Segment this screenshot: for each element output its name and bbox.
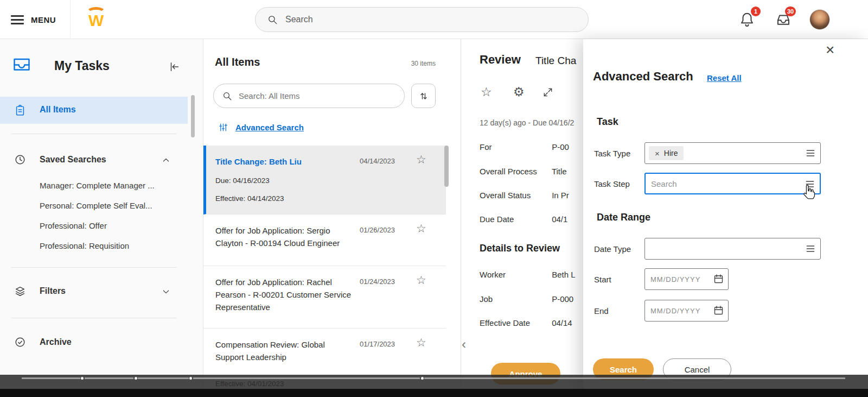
- user-avatar[interactable]: [809, 9, 830, 30]
- sort-button[interactable]: [411, 84, 436, 108]
- prompt-list-icon[interactable]: [805, 179, 815, 192]
- inbox-badge: 30: [785, 7, 796, 16]
- chevron-down-icon[interactable]: [162, 287, 170, 298]
- chapter-marker: [135, 377, 137, 380]
- chevron-up-icon[interactable]: [162, 156, 170, 167]
- sort-arrows-icon: [418, 91, 429, 102]
- field-value: 04/1: [552, 215, 567, 224]
- global-search-input[interactable]: Search: [255, 7, 589, 32]
- detail-row: Overall Status In Pr: [480, 191, 569, 200]
- panel-title: All Items: [215, 56, 260, 68]
- notifications-badge: 1: [751, 7, 761, 16]
- task-step-placeholder: Search: [651, 179, 677, 188]
- field-value: Beth L: [552, 270, 575, 279]
- saved-search-item[interactable]: Personal: Complete Self Eval...: [40, 201, 183, 210]
- task-step-field-focused[interactable]: Search: [644, 173, 821, 194]
- field-value: P-00: [552, 142, 569, 152]
- remove-tag-icon[interactable]: ×: [655, 149, 660, 157]
- advanced-search-panel: × Advanced Search Reset All Task Task Ty…: [583, 39, 868, 397]
- list-scrollbar[interactable]: [444, 146, 449, 187]
- collapse-panel-chevron-icon[interactable]: ‹: [462, 337, 466, 352]
- field-label: Overall Process: [480, 167, 550, 176]
- calendar-icon[interactable]: [713, 273, 724, 287]
- star-icon[interactable]: ☆: [416, 274, 426, 287]
- reset-all-link[interactable]: Reset All: [707, 73, 742, 83]
- chapter-marker: [189, 377, 192, 380]
- star-icon[interactable]: ☆: [416, 153, 426, 166]
- progress-segment: [193, 377, 420, 379]
- saved-searches-label: Saved Searches: [40, 155, 106, 165]
- collapse-sidebar-icon[interactable]: [168, 61, 180, 75]
- task-list-item[interactable]: Offer for Job Application: Rachel Pearso…: [203, 266, 446, 329]
- date-type-label: Date Type: [594, 244, 631, 254]
- star-icon[interactable]: ☆: [416, 336, 426, 349]
- task-title: Offer for Job Application: Sergio Clayto…: [215, 224, 354, 249]
- workday-logo[interactable]: W: [85, 7, 110, 33]
- task-date: 04/14/2023: [360, 157, 395, 165]
- task-list-item[interactable]: Offer for Job Application: Sergio Clayto…: [203, 215, 446, 266]
- topbar: MENU W Search 1 30: [0, 0, 868, 39]
- items-search-input[interactable]: Search: All Items: [213, 84, 405, 108]
- sidebar-section-archive[interactable]: Archive: [0, 330, 188, 355]
- close-icon[interactable]: ×: [826, 42, 834, 58]
- saved-search-item[interactable]: Manager: Complete Manager ...: [40, 181, 183, 190]
- task-date: 01/24/2023: [360, 278, 395, 286]
- task-list-item-selected[interactable]: Title Change: Beth Liu 04/14/2023 ☆ Due:…: [203, 146, 446, 215]
- sidebar-section-filters[interactable]: Filters: [0, 279, 188, 304]
- gear-icon[interactable]: ⚙: [513, 85, 525, 99]
- expand-icon[interactable]: [542, 87, 553, 100]
- task-type-label: Task Type: [594, 149, 630, 158]
- chapter-marker: [421, 377, 424, 380]
- task-due: Due: 04/16/2023: [215, 177, 270, 185]
- divider: [11, 318, 177, 318]
- sidebar-item-label: All Items: [40, 105, 76, 115]
- field-label: Worker: [480, 270, 550, 279]
- all-items-panel: All Items 30 items Search: All Items Adv…: [203, 39, 461, 397]
- task-date: 01/17/2023: [360, 340, 395, 348]
- task-title: Title Change: Beth Liu: [215, 155, 354, 168]
- prompt-list-icon[interactable]: [805, 243, 816, 256]
- start-date-field[interactable]: MM/DD/YYYY: [644, 268, 729, 290]
- my-tasks-tray-icon: [11, 54, 33, 76]
- task-section-header: Task: [597, 116, 618, 128]
- detail-row: Effective Date 04/14: [480, 318, 572, 327]
- detail-row: Job P-000: [480, 294, 573, 304]
- search-icon: [222, 91, 232, 101]
- advanced-search-label: Advanced Search: [235, 123, 304, 132]
- filters-label: Filters: [40, 286, 66, 296]
- my-tasks-sidebar: My Tasks All Items Saved Searches Manage…: [0, 39, 203, 397]
- task-type-tag: × Hire: [649, 146, 684, 160]
- task-type-field[interactable]: × Hire: [644, 142, 821, 164]
- divider: [11, 134, 177, 134]
- field-value: 04/14: [552, 318, 572, 327]
- field-value: P-000: [552, 294, 573, 304]
- workday-my-tasks-app: MENU W Search 1 30 My Tasks: [0, 0, 868, 397]
- video-progress-bar[interactable]: [0, 375, 868, 397]
- clipboard-icon: [14, 104, 26, 119]
- review-subtitle: Title Cha: [535, 55, 576, 67]
- detail-row: Overall Process Title: [480, 167, 567, 176]
- search-icon: [267, 15, 278, 25]
- task-title: Offer for Job Application: Rachel Pearso…: [215, 276, 354, 313]
- hamburger-icon: [11, 13, 24, 27]
- menu-button[interactable]: MENU: [0, 0, 71, 39]
- saved-search-item[interactable]: Professional: Offer: [40, 221, 183, 230]
- date-type-field[interactable]: [644, 238, 821, 260]
- star-icon[interactable]: ☆: [481, 85, 492, 99]
- star-icon[interactable]: ☆: [416, 222, 426, 235]
- layers-icon: [14, 285, 26, 299]
- menu-label: MENU: [31, 15, 56, 24]
- advanced-search-link[interactable]: Advanced Search: [218, 122, 304, 133]
- sidebar-item-all-items[interactable]: All Items: [0, 97, 188, 124]
- sidebar-section-saved-searches[interactable]: Saved Searches: [0, 148, 188, 173]
- progress-segment: [22, 377, 80, 379]
- saved-search-item[interactable]: Professional: Requisition: [40, 241, 183, 250]
- global-search-placeholder: Search: [285, 15, 313, 24]
- due-summary: 12 day(s) ago - Due 04/16/2: [480, 118, 574, 127]
- end-date-field[interactable]: MM/DD/YYYY: [644, 300, 729, 322]
- sidebar-scrollbar[interactable]: [191, 95, 195, 137]
- prompt-list-icon[interactable]: [805, 148, 816, 161]
- calendar-icon[interactable]: [713, 305, 724, 318]
- field-value: Title: [552, 167, 567, 176]
- review-title: Review: [480, 53, 521, 67]
